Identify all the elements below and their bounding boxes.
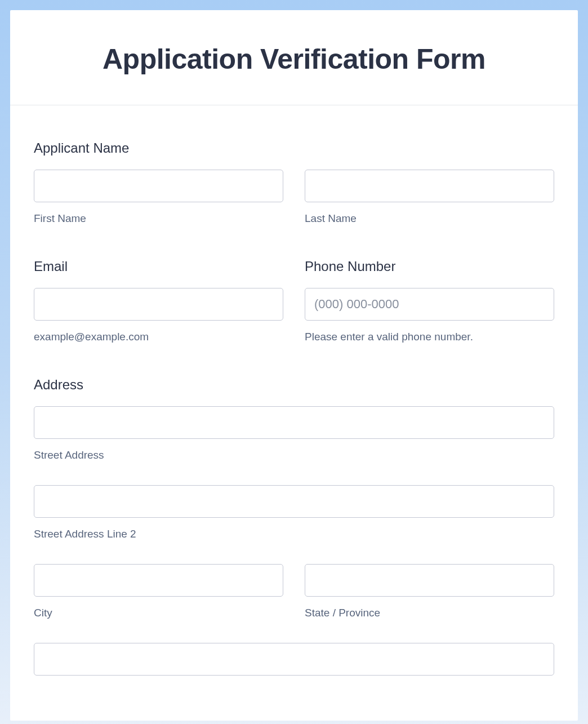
phone-input[interactable] bbox=[305, 288, 554, 321]
email-label: Email bbox=[34, 259, 283, 274]
street-address-sublabel: Street Address bbox=[34, 449, 554, 461]
address-section: Address Street Address Street Address Li… bbox=[34, 377, 554, 676]
city-sublabel: City bbox=[34, 607, 283, 619]
state-sublabel: State / Province bbox=[305, 607, 554, 619]
phone-sublabel: Please enter a valid phone number. bbox=[305, 331, 554, 343]
applicant-name-section: Applicant Name First Name Last Name bbox=[34, 140, 554, 225]
first-name-sublabel: First Name bbox=[34, 212, 283, 225]
form-header: Application Verification Form bbox=[10, 10, 578, 105]
state-input[interactable] bbox=[305, 564, 554, 597]
street-address-2-input[interactable] bbox=[34, 485, 554, 518]
phone-label: Phone Number bbox=[305, 259, 554, 274]
contact-section: Email example@example.com Phone Number P… bbox=[34, 259, 554, 343]
applicant-name-label: Applicant Name bbox=[34, 140, 554, 156]
postal-input[interactable] bbox=[34, 643, 554, 676]
email-input[interactable] bbox=[34, 288, 283, 321]
form-body: Applicant Name First Name Last Name Emai… bbox=[10, 105, 578, 721]
form-container: Application Verification Form Applicant … bbox=[10, 10, 578, 721]
address-label: Address bbox=[34, 377, 554, 393]
page-title: Application Verification Form bbox=[33, 43, 555, 75]
city-input[interactable] bbox=[34, 564, 283, 597]
email-sublabel: example@example.com bbox=[34, 331, 283, 343]
first-name-input[interactable] bbox=[34, 170, 283, 202]
street-address-input[interactable] bbox=[34, 406, 554, 439]
last-name-sublabel: Last Name bbox=[305, 212, 554, 225]
last-name-input[interactable] bbox=[305, 170, 554, 202]
street-address-2-sublabel: Street Address Line 2 bbox=[34, 528, 554, 540]
